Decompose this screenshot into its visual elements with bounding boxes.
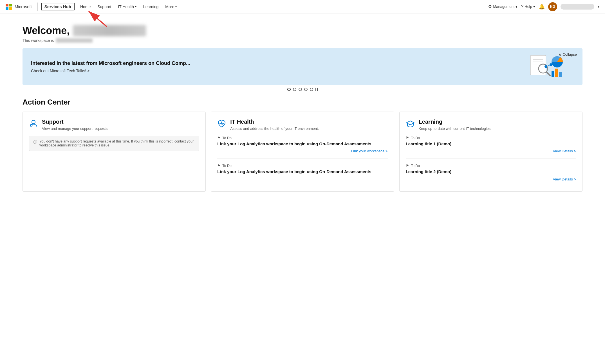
it-health-todo-2: ⚑ To Do Link your Log Analytics workspac… bbox=[217, 164, 387, 182]
banner-link[interactable]: Check out Microsoft Tech Talks! > bbox=[31, 69, 529, 73]
action-cards: Support View and manage your support req… bbox=[23, 112, 582, 192]
navbar: Microsoft Services Hub Home Support IT H… bbox=[0, 0, 605, 13]
flag-icon-3: ⚑ bbox=[406, 136, 409, 140]
org-chevron-icon[interactable]: ▾ bbox=[598, 5, 599, 9]
indicator-4[interactable] bbox=[304, 88, 308, 91]
it-health-card-text: IT Health Assess and address the health … bbox=[230, 119, 319, 131]
it-health-todo-1: ⚑ To Do Link your Log Analytics workspac… bbox=[217, 136, 387, 159]
support-info-box: ⓘ You don't have any support requests av… bbox=[29, 136, 199, 151]
services-hub-label[interactable]: Services Hub bbox=[41, 3, 75, 10]
svg-rect-2 bbox=[530, 55, 546, 75]
banner-collapse-button[interactable]: ∧ Collapse bbox=[559, 52, 577, 56]
user-name-blurred bbox=[73, 25, 146, 36]
help-menu[interactable]: ? Help ▾ bbox=[521, 4, 535, 9]
management-chevron-icon: ▾ bbox=[516, 4, 517, 9]
support-info-text: You don't have any support requests avai… bbox=[39, 139, 195, 147]
it-health-todo-2-label: ⚑ To Do bbox=[217, 164, 387, 168]
learning-todo-2-title: Learning title 2 (Demo) bbox=[406, 169, 576, 175]
action-center-title: Action Center bbox=[23, 98, 582, 107]
avatar[interactable]: KG bbox=[548, 2, 557, 11]
learning-card-header: Learning Keep up-to-date with current IT… bbox=[406, 119, 576, 131]
help-chevron-icon: ▾ bbox=[533, 4, 535, 9]
learning-todo-2-label: ⚑ To Do bbox=[406, 164, 576, 168]
org-name[interactable] bbox=[561, 4, 594, 10]
gear-icon: ⚙ bbox=[488, 4, 492, 9]
learning-todo-2: ⚑ To Do Learning title 2 (Demo) View Det… bbox=[406, 164, 576, 186]
support-card-header: Support View and manage your support req… bbox=[29, 119, 199, 131]
flag-icon-4: ⚑ bbox=[406, 164, 409, 168]
notifications-icon[interactable]: 🔔 bbox=[539, 4, 545, 10]
nav-home[interactable]: Home bbox=[77, 3, 93, 10]
banner: Interested in the latest from Microsoft … bbox=[23, 48, 582, 85]
learning-todo-1: ⚑ To Do Learning title 1 (Demo) View Det… bbox=[406, 136, 576, 159]
flag-icon-1: ⚑ bbox=[217, 136, 221, 140]
support-card-description: View and manage your support requests. bbox=[42, 126, 109, 131]
nav-divider bbox=[37, 3, 38, 11]
learning-card-text: Learning Keep up-to-date with current IT… bbox=[419, 119, 492, 131]
nav-right: ⚙ Management ▾ ? Help ▾ 🔔 KG ▾ bbox=[488, 2, 599, 11]
indicator-2[interactable] bbox=[293, 88, 296, 91]
it-health-todo-1-label: ⚑ To Do bbox=[217, 136, 387, 140]
nav-more[interactable]: More ▾ bbox=[162, 3, 180, 10]
learning-card-title: Learning bbox=[419, 119, 492, 125]
learning-card-description: Keep up-to-date with current IT technolo… bbox=[419, 126, 492, 131]
it-health-card-description: Assess and address the health of your IT… bbox=[230, 126, 319, 131]
support-card-title: Support bbox=[42, 119, 109, 125]
management-menu[interactable]: ⚙ Management ▾ bbox=[488, 4, 517, 9]
svg-point-15 bbox=[32, 120, 35, 124]
main-content: Welcome, This workspace is Interested in… bbox=[0, 13, 605, 203]
svg-line-7 bbox=[546, 72, 550, 76]
it-health-todo-2-title: Link your Log Analytics workspace to beg… bbox=[217, 169, 387, 175]
svg-rect-10 bbox=[555, 69, 558, 77]
nav-links: Home Support IT Health ▾ Learning More ▾ bbox=[77, 3, 488, 10]
svg-rect-9 bbox=[552, 71, 554, 77]
learning-todo-1-title: Learning title 1 (Demo) bbox=[406, 141, 576, 147]
flag-icon-2: ⚑ bbox=[217, 164, 221, 168]
nav-support[interactable]: Support bbox=[95, 3, 114, 10]
learning-icon bbox=[406, 119, 415, 130]
learning-todo-1-label: ⚑ To Do bbox=[406, 136, 576, 140]
it-health-todo-1-link[interactable]: Link your workspace > bbox=[217, 149, 387, 153]
indicator-1[interactable] bbox=[287, 88, 291, 91]
banner-graphic bbox=[529, 54, 566, 79]
microsoft-logo bbox=[6, 4, 12, 10]
svg-rect-11 bbox=[559, 72, 562, 77]
help-icon: ? bbox=[521, 4, 523, 9]
it-health-card: IT Health Assess and address the health … bbox=[211, 112, 394, 192]
chevron-up-icon: ∧ bbox=[559, 52, 561, 56]
banner-title: Interested in the latest from Microsoft … bbox=[31, 60, 529, 66]
microsoft-label: Microsoft bbox=[15, 4, 32, 9]
it-health-todo-1-title: Link your Log Analytics workspace to beg… bbox=[217, 141, 387, 147]
welcome-title: Welcome, bbox=[23, 25, 582, 37]
learning-todo-1-link[interactable]: View Details > bbox=[406, 149, 576, 153]
it-health-chevron-icon: ▾ bbox=[135, 5, 136, 8]
learning-todo-2-link[interactable]: View Details > bbox=[406, 177, 576, 181]
it-health-icon bbox=[217, 119, 226, 130]
indicator-3[interactable] bbox=[299, 88, 302, 91]
nav-learning[interactable]: Learning bbox=[140, 3, 162, 10]
it-health-card-title: IT Health bbox=[230, 119, 319, 125]
it-health-card-header: IT Health Assess and address the health … bbox=[217, 119, 387, 131]
welcome-section: Welcome, This workspace is bbox=[23, 25, 582, 43]
more-chevron-icon: ▾ bbox=[175, 5, 177, 8]
workspace-name-blurred bbox=[56, 38, 93, 43]
support-card-text: Support View and manage your support req… bbox=[42, 119, 109, 131]
workspace-line: This workspace is bbox=[23, 38, 582, 43]
brand-area: Microsoft bbox=[6, 4, 32, 10]
indicator-5[interactable] bbox=[310, 88, 313, 91]
support-card: Support View and manage your support req… bbox=[23, 112, 206, 192]
banner-indicators bbox=[23, 88, 582, 91]
banner-text: Interested in the latest from Microsoft … bbox=[31, 60, 529, 73]
nav-it-health[interactable]: IT Health ▾ bbox=[115, 3, 139, 10]
pause-button[interactable] bbox=[315, 88, 318, 91]
info-icon: ⓘ bbox=[33, 140, 37, 145]
learning-card: Learning Keep up-to-date with current IT… bbox=[399, 112, 582, 192]
support-icon bbox=[29, 119, 38, 130]
